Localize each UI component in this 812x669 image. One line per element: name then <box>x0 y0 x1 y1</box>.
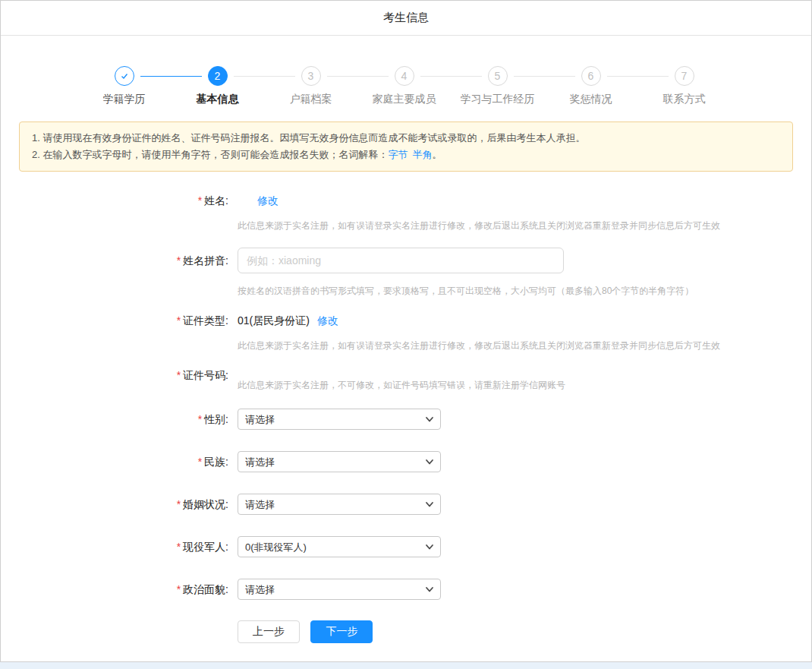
step-item-xueji: 学籍学历 <box>77 66 171 106</box>
cert-type-modify-link[interactable]: 修改 <box>317 314 338 327</box>
name-label-text: 姓名: <box>204 194 228 207</box>
name-modify-link[interactable]: 修改 <box>257 194 279 207</box>
cert-type-label: *证件类型: <box>1 313 238 351</box>
step-label: 奖惩情况 <box>570 93 612 106</box>
military-service-select-wrap: 0(非现役军人) <box>238 536 441 557</box>
gender-select[interactable]: 请选择 <box>238 409 441 430</box>
required-asterisk: * <box>198 194 202 207</box>
marital-status-select-wrap: 请选择 <box>238 494 441 515</box>
ethnicity-label: *民族: <box>1 451 238 472</box>
candidate-info-page: 考生信息 学籍学历 2 基本信息 3 户籍档案 4 家庭主要成员 5 学习与工作… <box>0 0 812 662</box>
gender-label: *性别: <box>1 409 238 430</box>
halfwidth-term-link[interactable]: 半角 <box>412 149 432 160</box>
cert-type-label-text: 证件类型: <box>183 314 228 327</box>
check-icon <box>120 71 129 80</box>
cert-type-help-text: 此信息来源于实名注册，如有误请登录实名注册进行修改，修改后退出系统且关闭浏览器重… <box>238 340 811 351</box>
step-item-experience: 5 学习与工作经历 <box>451 66 544 106</box>
step-label: 家庭主要成员 <box>373 93 436 106</box>
byte-term-link[interactable]: 字节 <box>388 149 408 160</box>
required-asterisk: * <box>177 583 181 595</box>
gender-label-text: 性别: <box>204 413 228 425</box>
step-circle: 4 <box>395 66 414 86</box>
ethnicity-select-wrap: 请选择 <box>238 451 441 472</box>
step-circle: 5 <box>488 66 508 86</box>
ethnicity-label-text: 民族: <box>204 456 228 468</box>
step-label: 联系方式 <box>663 93 706 106</box>
notice-line-2-suffix: 。 <box>432 149 442 160</box>
cert-no-label: *证件号码: <box>1 368 238 390</box>
buttons-spacer <box>1 620 238 643</box>
basic-info-form: *姓名: 修改 此信息来源于实名注册，如有误请登录实名注册进行修改，修改后退出系… <box>1 193 811 643</box>
step-label: 学籍学历 <box>103 93 146 106</box>
step-item-contact: 7 联系方式 <box>637 66 731 106</box>
step-circle: 6 <box>581 66 601 86</box>
required-asterisk: * <box>198 456 202 468</box>
political-status-select[interactable]: 请选择 <box>238 579 441 600</box>
marital-status-select[interactable]: 请选择 <box>238 494 441 515</box>
cert-no-label-text: 证件号码: <box>183 369 228 381</box>
pinyin-label: *姓名拼音: <box>1 248 238 296</box>
name-row: *姓名: 修改 此信息来源于实名注册，如有误请登录实名注册进行修改，修改后退出系… <box>1 193 811 231</box>
step-circle-current: 2 <box>208 66 228 86</box>
required-asterisk: * <box>177 541 181 553</box>
gender-row: *性别: 请选择 <box>1 409 811 430</box>
step-number: 7 <box>681 70 688 82</box>
next-step-button[interactable]: 下一步 <box>310 620 373 643</box>
pinyin-help-text: 按姓名的汉语拼音的书写形式填写，要求顶格写，且不可出现空格，大小写均可（最多输入… <box>238 286 811 296</box>
marital-status-row: *婚姻状况: 请选择 <box>1 494 811 515</box>
required-asterisk: * <box>177 369 181 381</box>
step-number: 6 <box>588 70 594 82</box>
notice-line-2: 2. 在输入数字或字母时，请使用半角字符，否则可能会造成报名失败；名词解释：字节… <box>32 147 780 163</box>
political-status-label-text: 政治面貌: <box>183 583 228 595</box>
pinyin-input[interactable] <box>238 248 564 273</box>
name-help-text: 此信息来源于实名注册，如有误请登录实名注册进行修改，修改后退出系统且关闭浏览器重… <box>238 220 811 231</box>
stepper: 学籍学历 2 基本信息 3 户籍档案 4 家庭主要成员 5 学习与工作经历 6 … <box>1 36 811 106</box>
page-title: 考生信息 <box>383 11 429 25</box>
gender-select-wrap: 请选择 <box>238 409 441 430</box>
ethnicity-row: *民族: 请选择 <box>1 451 811 472</box>
notice-line-1: 1. 请使用现在有效身份证件的姓名、证件号码注册报名。因填写无效身份信息而造成不… <box>32 130 780 147</box>
step-label: 户籍档案 <box>290 93 332 106</box>
pinyin-row: *姓名拼音: 按姓名的汉语拼音的书写形式填写，要求顶格写，且不可出现空格，大小写… <box>1 248 811 296</box>
required-asterisk: * <box>177 314 181 327</box>
cert-no-row: *证件号码: 此信息来源于实名注册，不可修改，如证件号码填写错误，请重新注册学信… <box>1 368 811 390</box>
marital-status-label: *婚姻状况: <box>1 494 238 515</box>
marital-status-label-text: 婚姻状况: <box>183 498 228 510</box>
step-item-family: 4 家庭主要成员 <box>357 66 451 106</box>
military-service-label: *现役军人: <box>1 536 238 557</box>
ethnicity-select[interactable]: 请选择 <box>238 451 441 472</box>
page-header: 考生信息 <box>1 1 811 36</box>
cert-type-row: *证件类型: 01(居民身份证)修改 此信息来源于实名注册，如有误请登录实名注册… <box>1 313 811 351</box>
military-service-row: *现役军人: 0(非现役军人) <box>1 536 811 557</box>
step-item-huji: 3 户籍档案 <box>264 66 357 106</box>
step-circle: 3 <box>301 66 321 86</box>
political-status-select-wrap: 请选择 <box>238 579 441 600</box>
required-asterisk: * <box>177 498 181 510</box>
cert-no-help-text: 此信息来源于实名注册，不可修改，如证件号码填写错误，请重新注册学信网账号 <box>238 380 811 390</box>
step-circle-done <box>115 66 134 86</box>
step-circle: 7 <box>675 66 694 86</box>
step-number: 5 <box>495 70 501 82</box>
prev-step-button[interactable]: 上一步 <box>238 620 300 643</box>
pinyin-label-text: 姓名拼音: <box>183 254 228 267</box>
step-number: 2 <box>215 70 221 82</box>
step-item-basic-info: 2 基本信息 <box>171 66 264 106</box>
step-label: 学习与工作经历 <box>461 93 535 106</box>
notice-box: 1. 请使用现在有效身份证件的姓名、证件号码注册报名。因填写无效身份信息而造成不… <box>19 121 793 172</box>
step-number: 3 <box>308 70 314 82</box>
required-asterisk: * <box>198 413 202 425</box>
military-service-label-text: 现役军人: <box>183 541 228 553</box>
step-label: 基本信息 <box>197 93 239 106</box>
required-asterisk: * <box>177 254 181 267</box>
political-status-row: *政治面貌: 请选择 <box>1 579 811 600</box>
military-service-select[interactable]: 0(非现役军人) <box>238 536 441 557</box>
cert-type-value: 01(居民身份证) <box>238 314 310 327</box>
step-item-rewards: 6 奖惩情况 <box>544 66 637 106</box>
step-number: 4 <box>401 70 408 82</box>
name-label: *姓名: <box>1 193 238 231</box>
political-status-label: *政治面貌: <box>1 579 238 600</box>
form-buttons-row: 上一步 下一步 <box>1 620 811 643</box>
notice-line-2-text: 2. 在输入数字或字母时，请使用半角字符，否则可能会造成报名失败；名词解释： <box>32 149 388 160</box>
